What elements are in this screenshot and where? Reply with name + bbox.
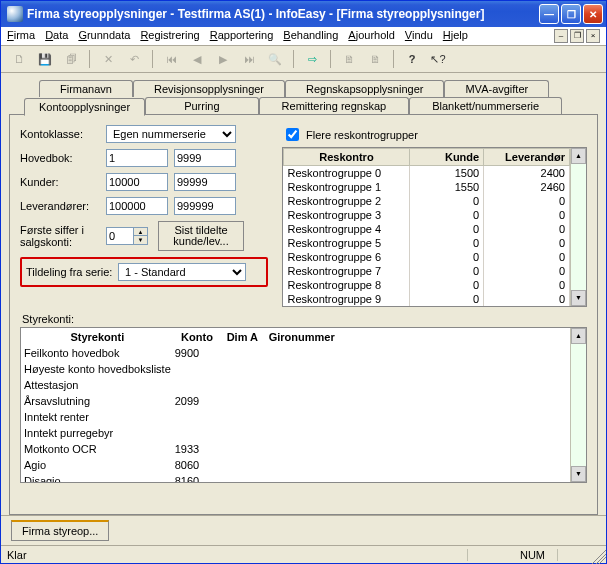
table-row[interactable]: Reskontrogruppe 115502460 (284, 180, 570, 194)
styre-col-gironummer[interactable]: Gironummer (265, 330, 339, 344)
close-button[interactable]: ✕ (583, 4, 603, 24)
tab-mva[interactable]: MVA-avgifter (444, 80, 549, 97)
tab-regnskap[interactable]: Regnskapsopplysninger (285, 80, 444, 97)
app-icon (7, 6, 23, 22)
styre-col-konto[interactable]: Konto (174, 330, 220, 344)
leverandorer-label: Leverandører: (20, 200, 106, 212)
status-num: NUM (508, 549, 558, 561)
mdi-minimize-button[interactable]: – (554, 29, 568, 43)
resk-col-leverandor[interactable]: Leverandør (484, 149, 570, 166)
mdi-close-button[interactable]: × (586, 29, 600, 43)
tab-firmanavn[interactable]: Firmanavn (39, 80, 133, 97)
resk-col-kunde[interactable]: Kunde (409, 149, 483, 166)
tab-panel: Kontoklasse: Egen nummerserie Hovedbok: … (9, 114, 598, 515)
toolbar: 🗋 💾 🗐 ✕ ↶ ⏮ ◀ ▶ ⏭ 🔍 ⇨ 🗎 🗎 ? ↖? (1, 46, 606, 73)
styrekonti-grid[interactable]: Styrekonti Konto Dim A Gironummer Feilko… (20, 327, 587, 483)
menu-firma[interactable]: Firma (7, 29, 35, 43)
resk-scrollbar[interactable]: ▲ ▼ (570, 148, 586, 306)
doc1-icon: 🗎 (339, 49, 359, 69)
last-icon: ⏭ (239, 49, 259, 69)
table-row[interactable]: Reskontrogruppe 300 (284, 208, 570, 222)
search-icon: 🔍 (265, 49, 285, 69)
statusbar: Klar NUM (1, 545, 606, 563)
table-row[interactable]: Årsavslutning2099 (23, 394, 339, 408)
forste-siffer-spinner[interactable]: ▲▼ (106, 227, 148, 245)
tab-revisjon[interactable]: Revisjonsopplysninger (133, 80, 285, 97)
minimize-button[interactable]: — (539, 4, 559, 24)
maximize-button[interactable]: ❐ (561, 4, 581, 24)
mdi-task-tab[interactable]: Firma styreop... (11, 520, 109, 541)
table-row[interactable]: Reskontrogruppe 200 (284, 194, 570, 208)
undo-icon: ↶ (124, 49, 144, 69)
table-row[interactable]: Disagio8160 (23, 474, 339, 482)
forste-siffer-input[interactable] (107, 228, 133, 244)
new-icon: 🗋 (9, 49, 29, 69)
table-row[interactable]: Inntekt purregebyr (23, 426, 339, 440)
table-row[interactable]: Feilkonto hovedbok9900 (23, 346, 339, 360)
copy-icon: 🗐 (61, 49, 81, 69)
table-row[interactable]: Reskontrogruppe 700 (284, 264, 570, 278)
kunder-to-input[interactable] (174, 173, 236, 191)
reskontro-grid[interactable]: Reskontro Kunde Leverandør Reskontrogrup… (282, 147, 587, 307)
delete-icon: ✕ (98, 49, 118, 69)
tab-remittering[interactable]: Remittering regnskap (259, 97, 410, 115)
tildeling-highlight: Tildeling fra serie: 1 - Standard (20, 257, 268, 287)
resk-col-reskontro[interactable]: Reskontro (284, 149, 410, 166)
kunder-label: Kunder: (20, 176, 106, 188)
menu-grunndata[interactable]: Grunndata (78, 29, 130, 43)
menu-ajourhold[interactable]: Ajourhold (348, 29, 394, 43)
table-row[interactable]: Reskontrogruppe 400 (284, 222, 570, 236)
table-row[interactable]: Høyeste konto hovedboksliste (23, 362, 339, 376)
flere-reskontro-checkbox[interactable] (286, 128, 299, 141)
table-row[interactable]: Inntekt renter (23, 410, 339, 424)
scroll-down-icon[interactable]: ▼ (571, 466, 586, 482)
resize-grip-icon[interactable] (588, 546, 606, 564)
kontoklasse-label: Kontoklasse: (20, 128, 106, 140)
table-row[interactable]: Reskontrogruppe 500 (284, 236, 570, 250)
table-row[interactable]: Reskontrogruppe 600 (284, 250, 570, 264)
first-icon: ⏮ (161, 49, 181, 69)
table-row[interactable]: Reskontrogruppe 800 (284, 278, 570, 292)
kunder-from-input[interactable] (106, 173, 168, 191)
kontoklasse-select[interactable]: Egen nummerserie (106, 125, 236, 143)
styrekonti-label: Styrekonti: (22, 313, 587, 325)
tildeling-select[interactable]: 1 - Standard (118, 263, 246, 281)
export-icon[interactable]: ⇨ (302, 49, 322, 69)
flere-reskontro-label: Flere reskontrogrupper (306, 129, 418, 141)
menu-registrering[interactable]: Registrering (140, 29, 199, 43)
window-title: Firma styreopplysninger - Testfirma AS(1… (27, 7, 539, 21)
menu-vindu[interactable]: Vindu (405, 29, 433, 43)
table-row[interactable]: Attestasjon (23, 378, 339, 392)
hovedbok-label: Hovedbok: (20, 152, 106, 164)
whatsthis-icon[interactable]: ↖? (428, 49, 448, 69)
forste-siffer-label: Første siffer i salgskonti: (20, 224, 106, 248)
styre-col-dima[interactable]: Dim A (222, 330, 262, 344)
spin-down-icon[interactable]: ▼ (133, 236, 147, 244)
menu-behandling[interactable]: Behandling (283, 29, 338, 43)
table-row[interactable]: Reskontrogruppe 900 (284, 292, 570, 306)
tab-kontoopplysninger[interactable]: Kontoopplysninger (24, 98, 145, 116)
menu-rapportering[interactable]: Rapportering (210, 29, 274, 43)
menu-hjelp[interactable]: Hjelp (443, 29, 468, 43)
help-icon[interactable]: ? (402, 49, 422, 69)
table-row[interactable]: Motkonto OCR1933 (23, 442, 339, 456)
mdi-restore-button[interactable]: ❐ (570, 29, 584, 43)
scroll-up-icon[interactable]: ▲ (571, 148, 586, 164)
sist-tildelte-button[interactable]: Sist tildelte kunde/lev... (158, 221, 244, 251)
spin-up-icon[interactable]: ▲ (133, 228, 147, 236)
hovedbok-from-input[interactable] (106, 149, 168, 167)
table-row[interactable]: Agio8060 (23, 458, 339, 472)
lev-to-input[interactable] (174, 197, 236, 215)
scroll-down-icon[interactable]: ▼ (571, 290, 586, 306)
styre-scrollbar[interactable]: ▲ ▼ (570, 328, 586, 482)
save-icon[interactable]: 💾 (35, 49, 55, 69)
lev-from-input[interactable] (106, 197, 168, 215)
tab-blankett[interactable]: Blankett/nummerserie (409, 97, 562, 115)
hovedbok-to-input[interactable] (174, 149, 236, 167)
scroll-up-icon[interactable]: ▲ (571, 328, 586, 344)
table-row[interactable]: Reskontrogruppe 015002400 (284, 166, 570, 181)
styre-col-styrekonti[interactable]: Styrekonti (23, 330, 172, 344)
tab-purring[interactable]: Purring (145, 97, 258, 115)
menu-data[interactable]: Data (45, 29, 68, 43)
next-icon: ▶ (213, 49, 233, 69)
